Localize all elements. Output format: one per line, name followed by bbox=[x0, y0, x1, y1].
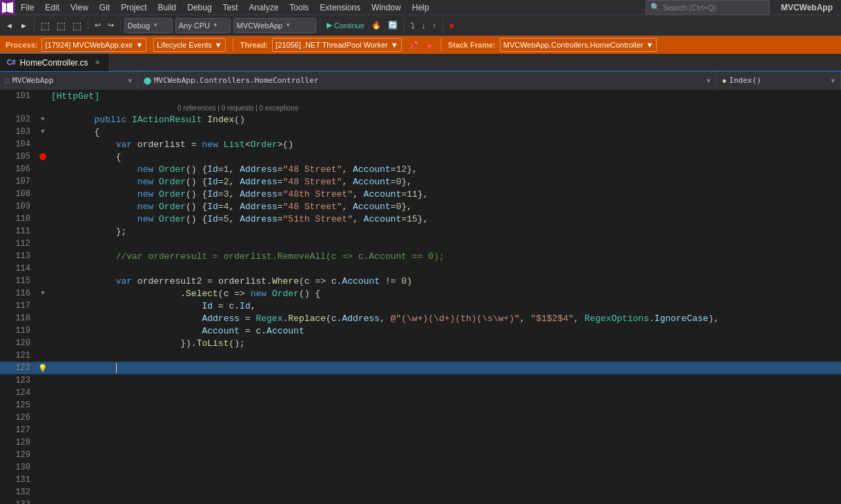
continue-btn[interactable]: ▶ Continue bbox=[324, 17, 367, 34]
menu-tools[interactable]: Tools bbox=[284, 0, 314, 15]
collapse-icon-102[interactable]: ▼ bbox=[41, 116, 44, 123]
toolbar-btn-new[interactable]: ⬚ bbox=[38, 17, 52, 34]
line-112: 112 bbox=[0, 238, 841, 250]
step-over-btn[interactable]: ⤵ bbox=[408, 17, 418, 34]
menu-git[interactable]: Git bbox=[94, 0, 115, 15]
line-107: 107 new Order() {Id=2, Address="48 Stree… bbox=[0, 175, 841, 188]
forward-btn[interactable]: ► bbox=[17, 17, 30, 34]
class-value: MVCWebApp.Controllers.HomeController bbox=[154, 76, 318, 85]
line-120: 120 }).ToList(); bbox=[0, 337, 841, 349]
bookmark-icon: 🔖 bbox=[424, 41, 434, 50]
back-btn[interactable]: ◄ bbox=[3, 17, 16, 34]
line-110: 110 new Order() {Id=5, Address="51th Str… bbox=[0, 213, 841, 225]
tab-cs-icon: C# bbox=[7, 59, 16, 66]
menu-extensions[interactable]: Extensions bbox=[314, 0, 366, 15]
stack-label: Stack Frame: bbox=[448, 41, 496, 49]
location-bar: ⬚ MVCWebApp ▼ ⬤ MVCWebApp.Controllers.Ho… bbox=[0, 72, 841, 90]
toolbar-sep-1 bbox=[34, 19, 35, 32]
line-123: 123 bbox=[0, 374, 841, 387]
toolbar-sep-4 bbox=[320, 19, 320, 32]
collapse-icon-116[interactable]: ▼ bbox=[41, 290, 44, 297]
collapse-icon-103[interactable]: ▼ bbox=[41, 128, 44, 135]
menu-project[interactable]: Project bbox=[115, 0, 152, 15]
line-127: 127 bbox=[0, 424, 841, 436]
menu-help[interactable]: Help bbox=[407, 0, 435, 15]
line-132: 132 bbox=[0, 486, 841, 498]
debug-sep-1 bbox=[233, 39, 233, 51]
search-icon: 🔍 bbox=[650, 3, 660, 12]
method-dropdown[interactable]: ◆ Index() ▼ bbox=[717, 72, 841, 90]
menu-test[interactable]: Test bbox=[218, 0, 244, 15]
debug-mode-dropdown[interactable]: Debug ▼ bbox=[124, 18, 173, 33]
process-value: [17924] MVCWebApp.exe bbox=[45, 41, 133, 49]
line-106: 106 new Order() {Id=1, Address="48 Stree… bbox=[0, 163, 841, 175]
debug-mode-arrow: ▼ bbox=[153, 22, 158, 28]
class-arrow: ▼ bbox=[707, 77, 710, 84]
tab-close-btn[interactable]: ✕ bbox=[93, 58, 102, 68]
stop-btn[interactable]: ■ bbox=[447, 17, 457, 34]
toolbar-btn-undo[interactable]: ↩ bbox=[92, 17, 104, 34]
menu-window[interactable]: Window bbox=[366, 0, 407, 15]
step-out-btn[interactable]: ↑ bbox=[429, 17, 439, 34]
menu-build[interactable]: Build bbox=[153, 0, 182, 15]
line-102: 102 ▼ public IActionResult Index() bbox=[0, 113, 841, 126]
line-131: 131 bbox=[0, 474, 841, 486]
lifecycle-label: Lifecycle Events bbox=[157, 41, 211, 49]
namespace-dropdown[interactable]: ⬚ MVCWebApp ▼ bbox=[0, 72, 138, 90]
project-dropdown[interactable]: MVCWebApp ▼ bbox=[233, 18, 316, 33]
tab-label: HomeController.cs bbox=[20, 58, 88, 68]
line-103: 103 ▼ { bbox=[0, 126, 841, 138]
thread-dropdown[interactable]: [21056] .NET ThreadPool Worker ▼ bbox=[272, 38, 402, 52]
menu-debug[interactable]: Debug bbox=[182, 0, 217, 15]
step-into-btn[interactable]: ↓ bbox=[419, 17, 429, 34]
thread-arrow: ▼ bbox=[391, 41, 398, 49]
cpu-dropdown[interactable]: Any CPU ▼ bbox=[175, 18, 231, 33]
menu-analyze[interactable]: Analyze bbox=[244, 0, 284, 15]
pin-icon: 📌 bbox=[409, 41, 418, 50]
menu-view[interactable]: View bbox=[65, 0, 94, 15]
namespace-icon: ⬚ bbox=[6, 77, 10, 84]
line-124: 124 bbox=[0, 387, 841, 399]
class-dropdown[interactable]: ⬤ MVCWebApp.Controllers.HomeController ▼ bbox=[138, 72, 717, 90]
restart-btn[interactable]: 🔄 bbox=[385, 17, 400, 34]
code-area[interactable]: 101 [HttpGet] 0 references | 0 requests … bbox=[0, 90, 841, 504]
menu-file[interactable]: File bbox=[15, 0, 39, 15]
toolbar-sep-6 bbox=[443, 19, 443, 32]
toolbar-btn-redo[interactable]: ↪ bbox=[105, 17, 117, 34]
debug-sep-2 bbox=[441, 39, 441, 51]
lifecycle-arrow: ▼ bbox=[215, 41, 222, 49]
toolbar-btn-open[interactable]: ⬚ bbox=[54, 17, 68, 34]
line-126: 126 bbox=[0, 411, 841, 424]
line-101: 101 [HttpGet] bbox=[0, 90, 841, 102]
search-box[interactable]: 🔍 Search (Ctrl+Q) bbox=[646, 0, 770, 15]
lifecycle-dropdown[interactable]: Lifecycle Events ▼ bbox=[153, 38, 225, 52]
toolbar-sep-3 bbox=[120, 19, 121, 32]
toolbar-sep-2 bbox=[88, 19, 88, 32]
toolbar: ◄ ► ⬚ ⬚ ⬚ ↩ ↪ Debug ▼ Any CPU ▼ MVCWebAp… bbox=[0, 15, 841, 36]
line-121: 121 bbox=[0, 349, 841, 362]
menu-edit[interactable]: Edit bbox=[39, 0, 65, 15]
line-105: 105 { bbox=[0, 151, 841, 163]
tab-homecontroller[interactable]: C# HomeController.cs ✕ bbox=[0, 53, 110, 71]
line-109: 109 new Order() {Id=4, Address="48 Stree… bbox=[0, 200, 841, 213]
namespace-arrow: ▼ bbox=[128, 77, 132, 84]
line-111: 111 }; bbox=[0, 225, 841, 238]
hot-reload-btn[interactable]: 🔥 bbox=[369, 17, 384, 34]
stack-arrow: ▼ bbox=[646, 41, 653, 49]
toolbar-btn-save[interactable]: ⬚ bbox=[70, 17, 84, 34]
lightbulb-icon[interactable]: 💡 bbox=[38, 364, 48, 373]
process-dropdown[interactable]: [17924] MVCWebApp.exe ▼ bbox=[41, 38, 146, 52]
line-117: 117 Id = c.Id, bbox=[0, 300, 841, 312]
line-128: 128 bbox=[0, 436, 841, 449]
tab-bar: C# HomeController.cs ✕ bbox=[0, 54, 841, 72]
stack-dropdown[interactable]: MVCWebApp.Controllers.HomeController ▼ bbox=[500, 38, 657, 52]
stack-value: MVCWebApp.Controllers.HomeController bbox=[503, 41, 644, 49]
app-title: MVCWebApp bbox=[775, 0, 841, 15]
thread-value: [21056] .NET ThreadPool Worker bbox=[276, 41, 388, 49]
editor: 101 [HttpGet] 0 references | 0 requests … bbox=[0, 90, 841, 504]
vs-logo bbox=[0, 0, 15, 15]
codelens-102: 0 references | 0 requests | 0 exceptions bbox=[0, 102, 841, 113]
class-icon: ⬤ bbox=[144, 77, 151, 84]
breakpoint-105[interactable] bbox=[39, 153, 46, 160]
line-133: 133 bbox=[0, 498, 841, 504]
